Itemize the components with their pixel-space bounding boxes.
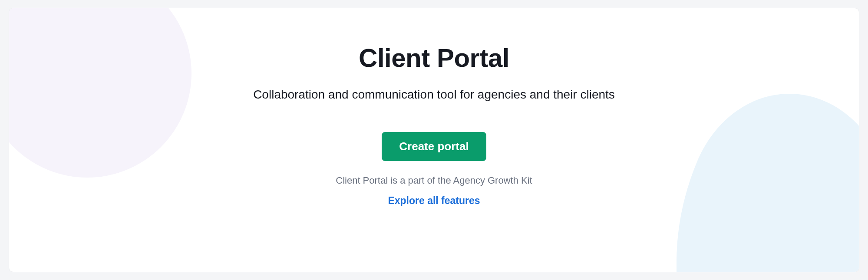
hero-card: Client Portal Collaboration and communic…	[9, 8, 859, 272]
kit-note: Client Portal is a part of the Agency Gr…	[336, 175, 532, 186]
create-portal-button[interactable]: Create portal	[382, 132, 486, 161]
decorative-blob-left	[9, 8, 191, 178]
page-title: Client Portal	[359, 43, 509, 73]
decorative-blob-right	[677, 89, 859, 272]
page-subtitle: Collaboration and communication tool for…	[253, 88, 615, 102]
explore-features-link[interactable]: Explore all features	[388, 195, 480, 207]
